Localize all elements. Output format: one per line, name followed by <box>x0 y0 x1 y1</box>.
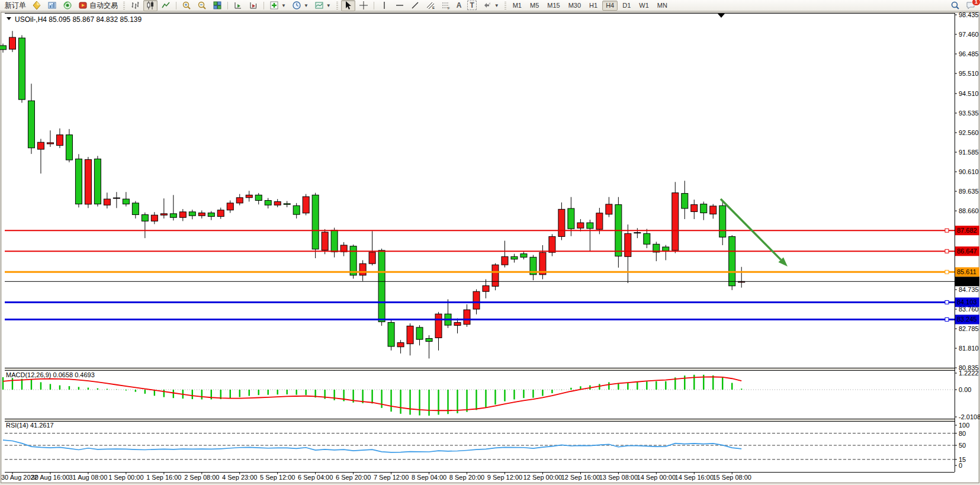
candle-up <box>9 37 15 49</box>
time-tick-label: 31 Aug 08:00 <box>69 474 107 481</box>
candle-up <box>217 210 224 217</box>
timeframe-button[interactable]: H1 <box>586 1 601 11</box>
candle-up <box>435 314 442 338</box>
periods-button[interactable]: ▼ <box>290 0 311 11</box>
channel-tool-button[interactable]: E <box>423 0 438 11</box>
current-price-badge: 85.139 <box>955 277 979 286</box>
bar-chart-button[interactable] <box>128 0 142 11</box>
zoom-out-icon <box>197 1 207 10</box>
rsi-label: RSI(14) 41.2617 <box>6 422 54 429</box>
tile-windows-icon <box>213 1 222 10</box>
notifications-button[interactable]: 1 <box>963 0 978 11</box>
notification-badge: 1 <box>972 0 980 6</box>
chart-canvas[interactable]: MACD(12,26,9) 0.0658 0.46931.22220.00-2.… <box>0 0 980 485</box>
candle-up <box>596 213 603 229</box>
svg-text:85.139: 85.139 <box>957 278 977 285</box>
dropdown-caret-icon: ▼ <box>494 3 499 8</box>
time-tick-label: 15 Sep 08:00 <box>713 474 751 481</box>
equidistant-channel-icon: E <box>426 1 435 10</box>
new-order-button[interactable]: 新订单 <box>2 0 28 11</box>
line-handle[interactable] <box>945 300 949 304</box>
profiles-button[interactable] <box>45 0 59 11</box>
candle-up <box>634 233 641 233</box>
svg-text:85.611: 85.611 <box>957 268 976 275</box>
horizontal-line-tool-button[interactable] <box>393 0 407 11</box>
toolbar-separator <box>374 2 374 9</box>
candle-down <box>350 246 356 275</box>
line-handle[interactable] <box>945 317 949 321</box>
new-chart-button[interactable] <box>30 0 44 11</box>
candlestick-icon <box>146 1 155 10</box>
line-handle[interactable] <box>945 270 949 274</box>
line-handle[interactable] <box>945 249 949 253</box>
macd-axis-label: -2.0108 <box>959 413 980 420</box>
auto-scroll-button[interactable] <box>231 0 245 11</box>
price-tick-label: 96.485 <box>959 50 979 57</box>
time-tick-label: 14 Sep 16:00 <box>675 474 714 481</box>
candle-down <box>28 101 34 148</box>
candle-up <box>227 203 233 210</box>
rsi-axis-label: 80 <box>959 430 966 437</box>
auto-trading-button[interactable]: 自动交易 <box>76 0 120 11</box>
line-price-badge: 87.682 <box>955 226 979 235</box>
fibonacci-tool-button[interactable]: F <box>439 0 453 11</box>
price-tick-label: 92.560 <box>959 129 979 136</box>
timeframe-button[interactable]: MN <box>654 1 671 11</box>
timeframe-button[interactable]: W1 <box>635 1 653 11</box>
zoom-out-button[interactable] <box>195 0 209 11</box>
trendline-icon <box>410 1 420 10</box>
timeframe-button[interactable]: M1 <box>509 1 525 11</box>
candle-up <box>85 159 91 204</box>
candle-up <box>236 198 243 203</box>
cursor-tool-button[interactable] <box>341 0 355 11</box>
add-indicator-button[interactable]: ▼ <box>267 0 288 11</box>
templates-button[interactable]: ▼ <box>312 0 333 11</box>
search-button[interactable] <box>948 0 962 11</box>
candle-up <box>502 256 508 265</box>
toolbar-separator <box>505 2 506 9</box>
timeframe-button[interactable]: M30 <box>565 1 584 11</box>
candle-up <box>691 205 698 212</box>
text-tool-button[interactable]: A <box>454 0 464 11</box>
chart-title: USOil-,H4 85.095 85.867 84.832 85.139 <box>7 15 142 24</box>
candle-up <box>473 291 480 309</box>
candle-down <box>0 46 7 50</box>
bar-chart-icon <box>130 1 140 10</box>
time-tick-label: 12 Sep 16:00 <box>561 474 600 481</box>
rsi-axis-label: 50 <box>959 442 966 449</box>
signals-button[interactable] <box>60 0 75 11</box>
candle-up <box>577 223 584 228</box>
dropdown-caret-icon: ▼ <box>281 3 286 8</box>
candle-up <box>549 236 555 252</box>
trendline-tool-button[interactable] <box>408 0 422 11</box>
timeframe-button[interactable]: M5 <box>526 1 542 11</box>
svg-text:E: E <box>432 6 435 9</box>
price-tick-label: 95.510 <box>959 70 979 77</box>
tile-windows-button[interactable] <box>210 0 224 11</box>
candlestick-chart-button[interactable] <box>143 0 158 11</box>
zoom-in-button[interactable] <box>179 0 194 11</box>
timeframe-button[interactable]: D1 <box>619 1 634 11</box>
main-toolbar: 新订单 自动交易 <box>0 0 980 11</box>
auto-trading-icon <box>78 1 88 10</box>
rsi-axis-label: 100 <box>959 422 969 429</box>
rsi-axis-label: 0 <box>959 462 962 469</box>
chart-shift-button[interactable] <box>246 0 261 11</box>
timeframe-button[interactable]: M15 <box>544 1 563 11</box>
crosshair-tool-button[interactable] <box>356 0 371 11</box>
candle-up <box>104 199 110 205</box>
candle-up <box>397 343 404 347</box>
templates-icon <box>314 1 324 10</box>
svg-text:83.245: 83.245 <box>957 316 977 323</box>
vertical-line-tool-button[interactable] <box>377 0 391 11</box>
shapes-tool-button[interactable]: ▼ <box>480 0 502 11</box>
candle-up <box>246 195 252 197</box>
text-label-tool-button[interactable]: T <box>465 0 478 11</box>
horizontal-line-icon <box>395 1 404 10</box>
candle-up <box>558 209 565 236</box>
timeframe-button[interactable]: H4 <box>602 1 618 11</box>
line-chart-button[interactable] <box>159 0 173 11</box>
line-price-badge: 85.611 <box>955 267 979 277</box>
toolbar-separator <box>176 2 176 9</box>
line-handle[interactable] <box>945 229 949 232</box>
